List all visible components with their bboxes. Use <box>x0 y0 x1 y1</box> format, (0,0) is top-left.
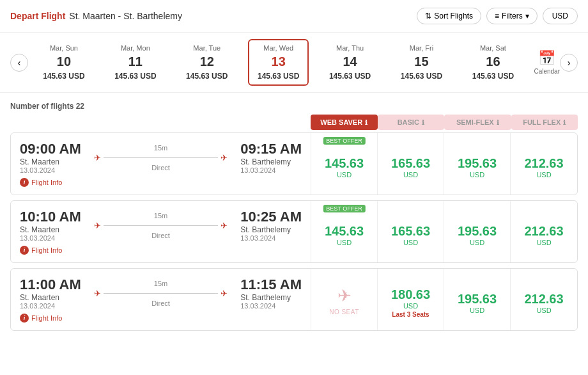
date-item-11[interactable]: Mar, Mon 11 145.63 USD <box>105 40 166 84</box>
day-num: 10 <box>40 54 88 69</box>
day-num: 14 <box>326 54 374 69</box>
price-amount: 165.63 <box>391 156 430 171</box>
info-circle-icon: i <box>20 314 29 323</box>
depart-label: Depart Flight <box>10 11 65 21</box>
fullflex-label: FULL FLEX <box>523 118 561 126</box>
date-item-12[interactable]: Mar, Tue 12 145.63 USD <box>176 40 237 84</box>
arrive-block: 09:15 AM St. Barthelemy 13.03.2024 <box>240 141 302 174</box>
flight-info-cell: 11:00 AM St. Maarten 13.03.2024 15m ✈ ✈ … <box>11 269 311 330</box>
date-item-14[interactable]: Mar, Thu 14 145.63 USD <box>320 40 380 84</box>
flight-middle: 15m ✈ ✈ Direct <box>89 144 233 172</box>
sort-flights-button[interactable]: ⇅ Sort Flights <box>417 8 481 24</box>
price-amount: 145.63 <box>325 224 364 239</box>
info-circle-icon: i <box>20 178 29 187</box>
date-price: 145.63 USD <box>256 72 301 81</box>
next-date-button[interactable]: › <box>560 54 578 72</box>
date-price: 145.63 USD <box>40 72 88 81</box>
flight-info-button[interactable]: i Flight Info <box>20 178 302 187</box>
price-currency: USD <box>403 302 418 310</box>
depart-time: 10:10 AM <box>20 209 81 225</box>
basic-info-icon: ℹ <box>422 119 424 126</box>
sort-label: Sort Flights <box>434 12 473 20</box>
basic-price-cell[interactable]: 165.63 USD <box>378 201 444 262</box>
semiflex-price-cell[interactable]: 195.63 USD <box>444 201 511 262</box>
direct-label: Direct <box>151 164 170 172</box>
semiflex-info-icon: ℹ <box>497 119 499 126</box>
column-headers: WEB SAVER ℹ BASIC ℹ SEMI-FLEX ℹ FULL FLE… <box>10 115 578 130</box>
col-basic-header[interactable]: BASIC ℹ <box>378 115 445 130</box>
date-price: 145.63 USD <box>183 72 231 81</box>
depart-time: 11:00 AM <box>20 276 81 293</box>
websaver-price-cell[interactable]: BEST OFFER 145.63 USD <box>311 133 378 195</box>
fullflex-price-cell[interactable]: 212.63 USD <box>511 133 577 195</box>
semiflex-price-cell[interactable]: 195.63 USD <box>444 133 511 195</box>
date-price: 145.63 USD <box>398 72 445 81</box>
date-item-16[interactable]: Mar, Sat 16 145.63 USD <box>463 40 523 84</box>
fullflex-info-icon: ℹ <box>563 119 566 126</box>
fullflex-price-cell[interactable]: 212.63 USD <box>511 269 577 330</box>
price-currency: USD <box>470 239 484 246</box>
date-price: 145.63 USD <box>469 72 517 81</box>
price-currency: USD <box>470 307 484 314</box>
basic-price-cell[interactable]: 165.63 USD <box>378 133 444 195</box>
price-currency: USD <box>536 307 551 314</box>
price-amount: 165.63 <box>391 224 430 239</box>
arrive-block: 11:15 AM St. Barthelemy 13.03.2024 <box>240 276 302 310</box>
semiflex-label: SEMI-FLEX <box>456 118 494 126</box>
flight-line: ✈ ✈ <box>94 221 228 230</box>
flight-info-button[interactable]: i Flight Info <box>20 314 302 323</box>
depart-block: 11:00 AM St. Maarten 13.03.2024 <box>20 276 81 310</box>
price-amount: 212.63 <box>524 292 563 307</box>
flight-info-cell: 09:00 AM St. Maarten 13.03.2024 15m ✈ ✈ … <box>11 133 311 195</box>
arrive-airport: St. Barthelemy <box>240 157 302 166</box>
flight-times: 11:00 AM St. Maarten 13.03.2024 15m ✈ ✈ … <box>20 276 302 310</box>
duration: 15m <box>154 212 167 219</box>
price-currency: USD <box>403 171 418 179</box>
day-label: Mar, Tue <box>183 44 231 52</box>
currency-button[interactable]: USD <box>543 8 578 24</box>
depart-time: 09:00 AM <box>20 141 81 157</box>
filters-button[interactable]: ≡ Filters ▾ <box>486 8 538 24</box>
best-offer-badge: BEST OFFER <box>323 137 365 145</box>
price-amount: 145.63 <box>325 156 364 171</box>
direct-label: Direct <box>151 232 170 239</box>
flights-count-label: Number of flights <box>10 102 74 111</box>
depart-date: 13.03.2024 <box>20 234 81 242</box>
plane-icon: ✈ <box>94 153 101 163</box>
price-currency: USD <box>403 239 418 246</box>
calendar-button[interactable]: 📅 Calendar <box>534 50 560 75</box>
arrive-time: 09:15 AM <box>240 141 302 157</box>
flight-info-button[interactable]: i Flight Info <box>20 246 302 255</box>
plane-arrive-icon: ✈ <box>220 289 228 298</box>
arrive-time: 11:15 AM <box>240 276 302 293</box>
websaver-price-cell[interactable]: ✈ NO SEAT <box>311 269 378 330</box>
col-websaver-header[interactable]: WEB SAVER ℹ <box>311 115 378 130</box>
depart-date: 13.03.2024 <box>20 302 81 310</box>
date-item-13[interactable]: Mar, Wed 13 145.63 USD <box>248 39 309 86</box>
date-item-15[interactable]: Mar, Fri 15 145.63 USD <box>391 40 452 84</box>
flight-middle: 15m ✈ ✈ Direct <box>89 212 233 239</box>
col-fullflex-header[interactable]: FULL FLEX ℹ <box>511 115 578 130</box>
flight-card: 11:00 AM St. Maarten 13.03.2024 15m ✈ ✈ … <box>10 268 578 331</box>
day-label: Mar, Mon <box>111 44 159 52</box>
price-amount: 212.63 <box>524 156 563 171</box>
flight-line: ✈ ✈ <box>94 289 228 298</box>
col-semiflex-header[interactable]: SEMI-FLEX ℹ <box>444 115 511 130</box>
prev-date-button[interactable]: ‹ <box>10 54 28 72</box>
sort-icon: ⇅ <box>425 12 431 20</box>
day-label: Mar, Wed <box>256 44 301 52</box>
websaver-price-cell[interactable]: BEST OFFER 145.63 USD <box>311 201 378 262</box>
flight-times: 09:00 AM St. Maarten 13.03.2024 15m ✈ ✈ … <box>20 141 302 174</box>
arrive-date: 13.03.2024 <box>240 234 302 242</box>
flight-card: 09:00 AM St. Maarten 13.03.2024 15m ✈ ✈ … <box>10 132 578 195</box>
date-item-10[interactable]: Mar, Sun 10 145.63 USD <box>33 40 94 84</box>
plane-icon: ✈ <box>94 289 101 298</box>
day-num: 16 <box>469 54 517 69</box>
basic-price-cell[interactable]: 180.63 USD Last 3 Seats <box>378 269 444 330</box>
price-currency: USD <box>536 239 551 246</box>
fullflex-price-cell[interactable]: 212.63 USD <box>511 201 577 262</box>
semiflex-price-cell[interactable]: 195.63 USD <box>444 269 511 330</box>
duration: 15m <box>154 144 167 152</box>
flight-info-cell: 10:10 AM St. Maarten 13.03.2024 15m ✈ ✈ … <box>11 201 311 262</box>
page-header: Depart Flight St. Maarten - St. Barthele… <box>0 0 588 33</box>
